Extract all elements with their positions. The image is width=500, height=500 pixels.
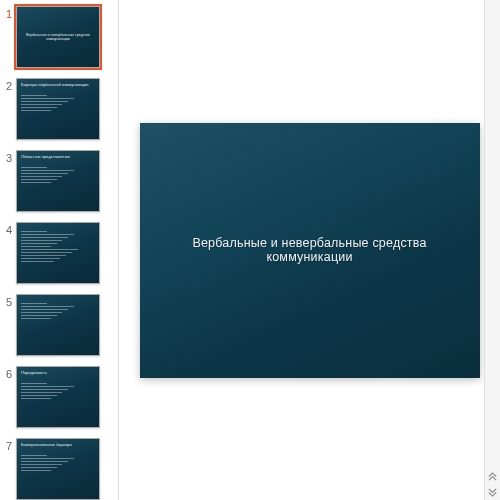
slide-thumbnail[interactable]: Вербальные и невербальные средства комму… xyxy=(16,6,100,68)
thumbnail-number: 5 xyxy=(2,294,16,308)
slide-stage[interactable]: Вербальные и невербальные средства комму… xyxy=(119,0,500,500)
thumbnail-number: 6 xyxy=(2,366,16,380)
thumbnail-row: 1Вербальные и невербальные средства комм… xyxy=(0,4,118,76)
next-slide-button[interactable] xyxy=(485,484,500,500)
slide-editor-area: Вербальные и невербальные средства комму… xyxy=(119,0,500,500)
thumbnail-title: Коммуникативные барьеры xyxy=(21,443,95,448)
thumbnail-body-preview xyxy=(21,455,95,473)
slide-thumbnail[interactable]: Барьеры вербальной коммуникации xyxy=(16,78,100,140)
slide-thumbnail[interactable]: Порядковость xyxy=(16,366,100,428)
thumbnail-title: Обманные представления xyxy=(21,155,95,160)
thumbnail-number: 7 xyxy=(2,438,16,452)
slide-thumbnail[interactable]: Коммуникативные барьеры xyxy=(16,438,100,500)
thumbnail-row: 2Барьеры вербальной коммуникации xyxy=(0,76,118,148)
down-double-chevron-icon xyxy=(488,488,497,497)
thumbnail-body-preview xyxy=(21,231,95,264)
thumbnail-body-preview xyxy=(21,95,95,113)
thumbnail-number: 3 xyxy=(2,150,16,164)
thumbnail-row: 6Порядковость xyxy=(0,364,118,436)
thumbnail-number: 2 xyxy=(2,78,16,92)
slide-title-text[interactable]: Вербальные и невербальные средства комму… xyxy=(140,236,480,264)
thumbnail-row: 3Обманные представления xyxy=(0,148,118,220)
thumbnail-body-preview xyxy=(21,383,95,401)
slide-thumbnails-panel[interactable]: 1Вербальные и невербальные средства комм… xyxy=(0,0,119,500)
up-double-chevron-icon xyxy=(488,472,497,481)
thumbnail-body-preview xyxy=(21,167,95,185)
slide-thumbnail[interactable]: Обманные представления xyxy=(16,150,100,212)
thumbnail-row: 4 xyxy=(0,220,118,292)
thumbnail-row: 7Коммуникативные барьеры xyxy=(0,436,118,500)
slide-thumbnail[interactable] xyxy=(16,222,100,284)
slide-thumbnail[interactable] xyxy=(16,294,100,356)
thumbnail-row: 5 xyxy=(0,292,118,364)
thumbnail-title: Барьеры вербальной коммуникации xyxy=(21,83,95,88)
current-slide[interactable]: Вербальные и невербальные средства комму… xyxy=(140,123,480,378)
stage-vertical-scrollbar[interactable] xyxy=(484,0,500,500)
thumbnail-title: Порядковость xyxy=(21,371,95,376)
thumbnail-title: Вербальные и невербальные средства комму… xyxy=(21,33,95,41)
thumbnail-body-preview xyxy=(21,303,95,321)
prev-slide-button[interactable] xyxy=(485,468,500,484)
thumbnail-number: 1 xyxy=(2,6,16,20)
thumbnail-number: 4 xyxy=(2,222,16,236)
